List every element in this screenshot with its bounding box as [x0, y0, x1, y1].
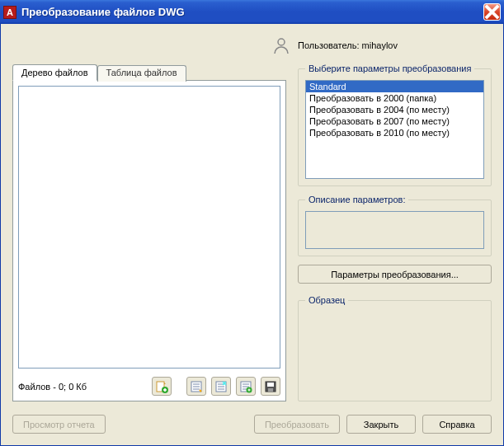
save-list-button[interactable]	[261, 377, 280, 396]
dialog-body: Пользователь: mihaylov Дерево файлов Таб…	[0, 24, 504, 446]
close-button[interactable]: Закрыть	[346, 415, 416, 434]
close-icon[interactable]	[483, 3, 501, 21]
tab-file-tree[interactable]: Дерево файлов	[12, 64, 97, 81]
convert-button: Преобразовать	[254, 415, 340, 434]
conversion-setup-item[interactable]: Преобразовать в 2010 (по месту)	[306, 127, 483, 138]
user-icon	[271, 35, 291, 55]
app-icon: A	[3, 6, 16, 19]
svg-rect-9	[268, 388, 273, 392]
add-file-button[interactable]	[152, 377, 172, 396]
conversion-setup-item[interactable]: Standard	[306, 81, 483, 92]
user-row: Пользователь: mihaylov	[177, 32, 492, 63]
window-title: Преобразование файлов DWG	[21, 6, 483, 18]
tab-file-table[interactable]: Таблица файлов	[97, 65, 186, 82]
description-box	[305, 211, 484, 249]
svg-point-0	[278, 39, 285, 45]
tabs: Дерево файлов Таблица файлов	[12, 63, 286, 80]
conversion-setup-item[interactable]: Преобразовать в 2000 (папка)	[306, 92, 483, 104]
preview-box	[305, 312, 484, 394]
params-group: Выберите параметры преобразования Standa…	[298, 63, 492, 186]
conversion-setup-item[interactable]: Преобразовать в 2007 (по месту)	[306, 115, 483, 127]
open-list-button[interactable]	[211, 377, 231, 396]
titlebar: A Преобразование файлов DWG	[0, 0, 504, 24]
sample-group-label: Образец	[305, 295, 348, 305]
view-report-button: Просмотр отчета	[12, 415, 106, 434]
description-group: Описание параметров:	[298, 195, 492, 256]
description-group-label: Описание параметров:	[305, 195, 408, 204]
append-list-button[interactable]	[236, 377, 256, 396]
file-count-status: Файлов - 0; 0 Кб	[18, 382, 147, 392]
params-group-label: Выберите параметры преобразования	[305, 63, 474, 73]
conversion-setup-list[interactable]: StandardПреобразовать в 2000 (папка)Прео…	[305, 80, 484, 179]
conversion-setup-item[interactable]: Преобразовать в 2004 (по месту)	[306, 104, 483, 115]
tab-panel: Файлов - 0; 0 Кб	[12, 80, 286, 401]
conversion-setups-button[interactable]: Параметры преобразования...	[298, 265, 492, 284]
help-button[interactable]: Справка	[422, 415, 492, 434]
file-tree[interactable]	[18, 86, 280, 369]
svg-rect-8	[267, 383, 274, 387]
sample-group: Образец	[298, 295, 492, 401]
user-label: Пользователь: mihaylov	[298, 40, 398, 50]
new-list-button[interactable]	[186, 377, 206, 396]
